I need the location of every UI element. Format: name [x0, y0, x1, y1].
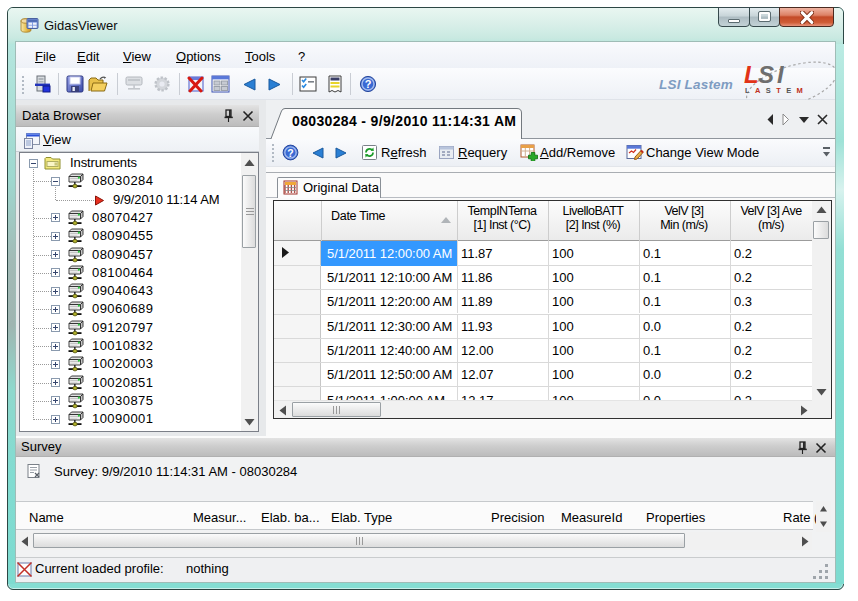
- svg-text:?: ?: [365, 78, 372, 90]
- svg-text:LASTEM: LASTEM: [745, 86, 808, 95]
- svg-text:SI: SI: [758, 61, 787, 88]
- svg-text:L: L: [744, 61, 759, 88]
- svg-text:?: ?: [287, 147, 293, 159]
